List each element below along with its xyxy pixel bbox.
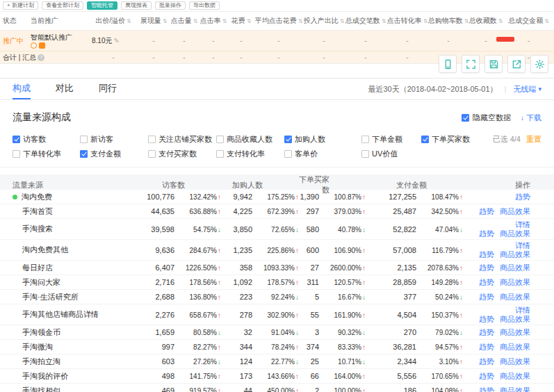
column-header[interactable]: 点击转化率⇅ — [386, 16, 428, 26]
toolbar-button[interactable]: + 新建计划 — [3, 1, 38, 10]
reset-link[interactable]: 重置 — [526, 134, 541, 145]
hide-empty-checkbox[interactable]: 隐藏空数据 — [462, 113, 511, 123]
checkbox[interactable] — [361, 136, 369, 143]
sort-icon[interactable]: ⇅ — [127, 18, 131, 24]
action-link[interactable]: 趋势 — [479, 386, 494, 392]
checkbox[interactable] — [284, 150, 292, 158]
action-link[interactable]: 商品效果 — [500, 207, 530, 215]
save-button[interactable] — [484, 55, 503, 73]
action-link[interactable]: 商品效果 — [500, 386, 530, 392]
traffic-source[interactable]: 淘内免费 — [13, 192, 141, 202]
metric-checkbox[interactable]: 支付金额 — [80, 149, 148, 159]
column-header[interactable]: 总成交金额⇅ — [503, 16, 554, 26]
settings-button[interactable] — [530, 55, 548, 73]
sort-icon[interactable]: ⇅ — [544, 18, 549, 24]
metric-checkbox[interactable]: UV价值 — [361, 149, 421, 159]
traffic-source[interactable]: 手淘问大家 — [13, 277, 141, 288]
action-link[interactable]: 商品效果 — [500, 343, 530, 351]
metric-checkbox[interactable]: 加购人数 — [284, 134, 361, 145]
metric-checkbox[interactable]: 下单金额 — [361, 134, 421, 145]
date-range-picker[interactable]: 最近30天（2018-04-02~2018-05-01） — [368, 84, 497, 95]
sort-icon[interactable]: ⇅ — [247, 18, 252, 24]
column-header[interactable]: 总购物车数⇅ — [428, 16, 469, 26]
checkbox[interactable] — [13, 136, 20, 143]
traffic-source[interactable]: 手淘领金币 — [13, 327, 141, 338]
checkbox[interactable] — [80, 150, 88, 158]
traffic-source[interactable]: 手淘我的评价 — [13, 371, 141, 382]
traffic-source[interactable]: 手淘其他店铺商品详情 — [13, 309, 141, 320]
toolbar-button[interactable]: 导出数据 — [189, 1, 220, 10]
sort-icon[interactable]: ⇅ — [498, 18, 503, 24]
metric-checkbox[interactable]: 访客数 — [13, 134, 80, 145]
checkbox[interactable] — [80, 136, 88, 143]
checkbox[interactable] — [216, 150, 224, 158]
action-link[interactable]: 商品效果 — [500, 357, 530, 366]
checkbox[interactable] — [148, 150, 156, 158]
toolbar-button[interactable]: 批量操作 — [155, 1, 186, 10]
traffic-source[interactable]: 手淘拍立淘 — [13, 357, 141, 367]
checkbox[interactable] — [148, 136, 156, 143]
tab-1[interactable]: 构成 — [13, 79, 31, 99]
action-link[interactable]: 商品效果 — [500, 315, 530, 323]
checkbox[interactable] — [13, 150, 20, 158]
traffic-source[interactable]: 手淘微淘 — [13, 342, 141, 352]
action-link[interactable]: 商品效果 — [500, 372, 530, 380]
column-header[interactable]: 点击量⇅ — [170, 16, 199, 26]
traffic-source[interactable]: 手淘搜索 — [13, 224, 141, 234]
column-header[interactable]: 总收藏数⇅ — [469, 16, 503, 26]
metric-checkbox[interactable]: 支付转化率 — [216, 149, 284, 159]
traffic-source[interactable]: 手淘·生活研究所 — [13, 292, 141, 302]
action-link[interactable]: 趋势 — [479, 372, 494, 380]
sort-icon[interactable]: ⇅ — [423, 18, 428, 24]
action-link[interactable]: 趋势 — [479, 263, 494, 272]
action-link[interactable]: 商品效果 — [500, 328, 530, 336]
action-link[interactable]: 趋势 — [479, 229, 494, 238]
column-header[interactable]: 投入产出比⇅ — [303, 16, 345, 26]
action-link[interactable]: 趋势 — [479, 328, 494, 336]
fullscreen-button[interactable] — [462, 55, 480, 73]
sort-icon[interactable]: ⇅ — [222, 18, 227, 24]
action-link[interactable]: 趋势 — [479, 315, 494, 323]
checkbox[interactable] — [284, 136, 292, 143]
action-link[interactable]: 商品效果 — [500, 250, 530, 259]
action-link[interactable]: 趋势 — [479, 343, 494, 351]
toolbar-button[interactable]: 智能托管 — [87, 1, 117, 10]
action-link[interactable]: 商品效果 — [500, 293, 530, 301]
share-button[interactable] — [507, 55, 526, 73]
traffic-source[interactable]: 手淘找相似 — [13, 386, 141, 392]
tab-3[interactable]: 同行 — [99, 79, 117, 99]
traffic-source[interactable]: 手淘首页 — [13, 206, 141, 217]
campaign-name-cell[interactable]: 智能默认推广 — [28, 33, 89, 49]
tab-2[interactable]: 对比 — [56, 79, 74, 99]
checkbox[interactable] — [421, 136, 429, 143]
column-header[interactable]: 展现量⇅ — [138, 16, 170, 26]
action-link[interactable]: 趋势 — [479, 250, 494, 259]
toolbar-button[interactable]: 查看全部计划 — [42, 1, 83, 10]
checkbox[interactable] — [361, 150, 369, 158]
metric-checkbox[interactable]: 关注店铺买家数 — [148, 134, 216, 145]
column-header[interactable]: 花费⇅ — [228, 16, 254, 26]
action-link[interactable]: 趋势 — [515, 193, 530, 201]
traffic-source[interactable]: 每日好店 — [13, 263, 141, 273]
action-link[interactable]: 趋势 — [479, 207, 494, 215]
edit-icon[interactable]: ✎ — [113, 37, 119, 44]
column-header[interactable]: 总成交笔数⇅ — [345, 16, 386, 26]
action-link[interactable]: 商品效果 — [500, 229, 530, 238]
metric-checkbox[interactable]: 客单价 — [284, 149, 361, 159]
sort-icon[interactable]: ⇅ — [163, 18, 168, 24]
toolbar-button[interactable]: 展现报表 — [121, 1, 152, 10]
column-header[interactable]: 点击率⇅ — [199, 16, 228, 26]
action-link[interactable]: 详情 — [515, 241, 530, 250]
action-link[interactable]: 商品效果 — [500, 278, 530, 286]
checkbox[interactable] — [462, 114, 469, 122]
action-link[interactable]: 商品效果 — [500, 263, 530, 272]
download-link[interactable]: ↓ 下载 — [521, 113, 541, 123]
metric-checkbox[interactable]: 商品收藏人数 — [216, 134, 284, 145]
action-link[interactable]: 趋势 — [479, 293, 494, 301]
action-link[interactable]: 详情 — [515, 306, 530, 314]
metric-checkbox[interactable]: 新访客 — [80, 134, 148, 145]
action-link[interactable]: 趋势 — [479, 357, 494, 366]
sort-icon[interactable]: ⇅ — [298, 18, 303, 24]
sort-icon[interactable]: ⇅ — [382, 18, 386, 24]
column-header[interactable]: 平均点击花费⇅ — [254, 16, 303, 26]
